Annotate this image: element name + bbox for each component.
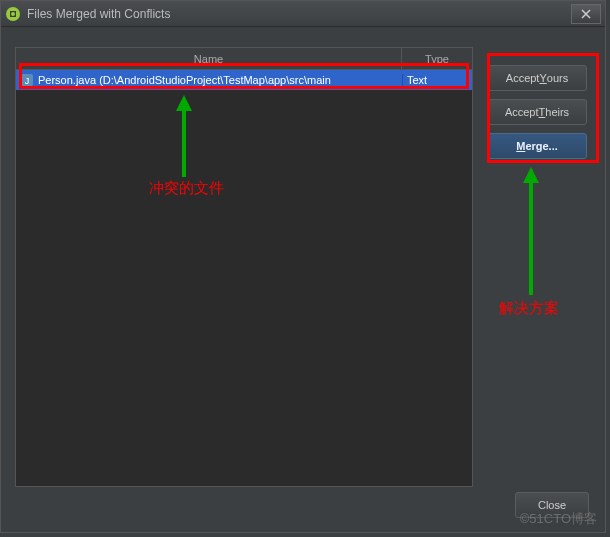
file-type: Text xyxy=(402,74,472,86)
dialog-body: Name Type J Person.java (D:\AndroidStudi… xyxy=(1,27,605,487)
titlebar: Files Merged with Conflicts xyxy=(1,1,605,27)
col-header-name: Name xyxy=(16,48,402,69)
svg-point-1 xyxy=(11,12,15,16)
svg-text:J: J xyxy=(25,76,30,86)
btn-text: ours xyxy=(547,72,568,84)
dialog: Files Merged with Conflicts Name Type J … xyxy=(0,0,606,533)
table-row[interactable]: J Person.java (D:\AndroidStudioProject\T… xyxy=(16,70,472,90)
btn-text: Accept xyxy=(505,106,539,118)
list-header: Name Type xyxy=(16,48,472,70)
accept-yours-button[interactable]: Accept Yours xyxy=(487,65,587,91)
close-window-button[interactable] xyxy=(571,4,601,24)
watermark: ©51CTO博客 xyxy=(520,510,597,528)
btn-text: heirs xyxy=(545,106,569,118)
app-icon xyxy=(5,6,21,22)
btn-mnemonic: M xyxy=(516,140,525,152)
btn-mnemonic: Y xyxy=(539,72,546,84)
java-file-icon: J xyxy=(20,73,34,87)
col-header-type: Type xyxy=(402,48,472,69)
btn-text: Accept xyxy=(506,72,540,84)
file-name: Person.java (D:\AndroidStudioProject\Tes… xyxy=(38,74,331,86)
file-list: Name Type J Person.java (D:\AndroidStudi… xyxy=(15,47,473,487)
btn-text: erge... xyxy=(525,140,557,152)
action-buttons: Accept Yours Accept Theirs Merge... xyxy=(483,47,591,487)
window-title: Files Merged with Conflicts xyxy=(27,7,569,21)
merge-button[interactable]: Merge... xyxy=(487,133,587,159)
btn-mnemonic: T xyxy=(539,106,546,118)
accept-theirs-button[interactable]: Accept Theirs xyxy=(487,99,587,125)
